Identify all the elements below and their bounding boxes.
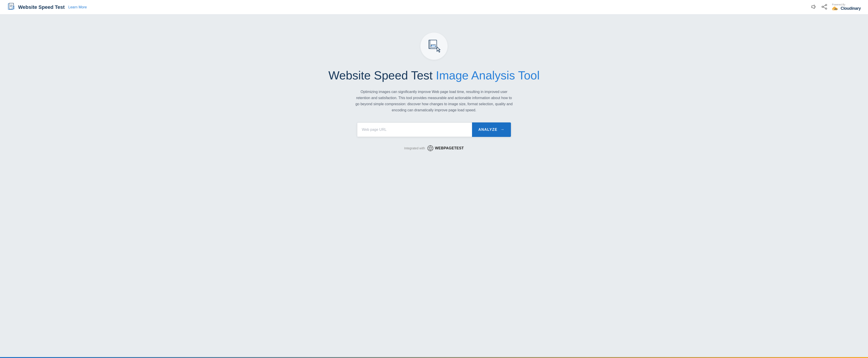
- svg-point-21: [428, 146, 433, 151]
- svg-rect-14: [836, 8, 836, 10]
- svg-rect-13: [835, 9, 835, 10]
- svg-point-19: [431, 45, 432, 46]
- hero-icon: [421, 33, 447, 60]
- main-heading: Website Speed Test Image Analysis Tool: [328, 69, 540, 82]
- bottom-accent-bar: [0, 357, 868, 358]
- logo-icon: [7, 3, 16, 12]
- arrow-right-icon: →: [500, 127, 505, 132]
- svg-rect-15: [837, 9, 837, 10]
- svg-rect-1: [9, 3, 13, 9]
- url-form: ANALYZE →: [357, 122, 511, 137]
- webpagetest-name: WEBPAGETEST: [435, 146, 464, 150]
- heading-blue-part: Image Analysis Tool: [436, 69, 540, 82]
- cloudinary-badge: Powered By Cloudinary: [832, 3, 861, 11]
- header-left: Website Speed Test Learn More: [7, 3, 87, 12]
- integrated-section: Integrated with WEBPAGETEST: [404, 145, 464, 151]
- cloudinary-name: Cloudinary: [841, 6, 861, 11]
- heading-dark-part: Website Speed Test: [328, 69, 433, 82]
- svg-point-10: [826, 8, 827, 9]
- webpagetest-logo: WEBPAGETEST: [427, 145, 464, 151]
- site-title: Website Speed Test: [18, 4, 65, 10]
- learn-more-link[interactable]: Learn More: [68, 5, 87, 9]
- url-input[interactable]: [357, 122, 472, 137]
- analyze-button[interactable]: ANALYZE →: [472, 122, 511, 137]
- header: Website Speed Test Learn More Powe: [0, 0, 868, 14]
- main-content: Website Speed Test Image Analysis Tool O…: [0, 14, 868, 358]
- svg-marker-20: [437, 47, 440, 52]
- integrated-text: Integrated with: [404, 146, 425, 150]
- header-right: Powered By Cloudinary: [810, 3, 861, 11]
- svg-line-12: [823, 7, 826, 8]
- analyze-button-label: ANALYZE: [478, 128, 498, 132]
- powered-by-text: Powered By: [832, 3, 845, 6]
- cloudinary-logo: Cloudinary: [832, 6, 861, 11]
- description-text: Optimizing images can significantly impr…: [355, 89, 513, 113]
- notification-icon[interactable]: [810, 4, 817, 11]
- svg-point-9: [822, 6, 823, 7]
- svg-point-8: [826, 4, 827, 6]
- svg-line-11: [823, 5, 826, 6]
- share-icon[interactable]: [821, 4, 828, 11]
